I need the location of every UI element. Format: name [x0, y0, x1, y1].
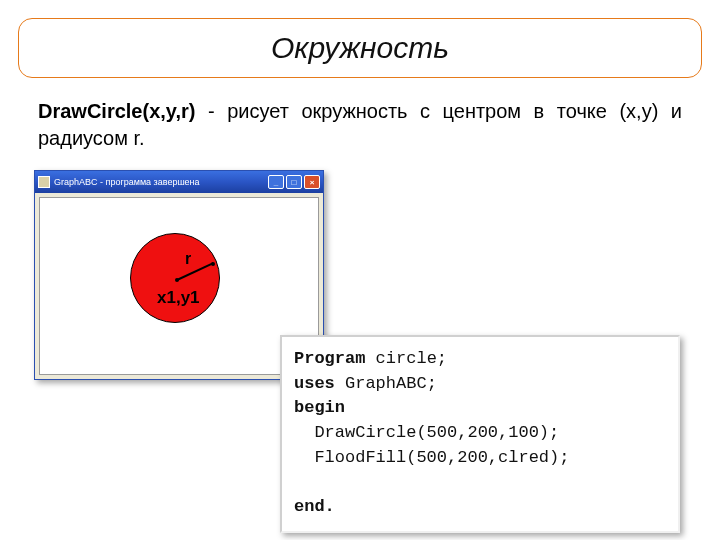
circle-diagram: r x1,y1	[130, 233, 220, 323]
titlebar: GraphABC - программа завершена _ □ ×	[35, 171, 323, 193]
close-button[interactable]: ×	[304, 175, 320, 189]
code-l1b: circle;	[365, 349, 447, 368]
kw-program: Program	[294, 349, 365, 368]
red-circle: r x1,y1	[130, 233, 220, 323]
kw-uses: uses	[294, 374, 335, 393]
code-l5: FloodFill(500,200,clred);	[294, 448, 569, 467]
minimize-button[interactable]: _	[268, 175, 284, 189]
kw-end: end.	[294, 497, 335, 516]
radius-end-dot-icon	[211, 262, 215, 266]
page-title: Окружность	[271, 31, 449, 65]
function-name: DrawCircle(x,y,r)	[38, 100, 195, 122]
app-icon	[38, 176, 50, 188]
label-radius: r	[185, 250, 191, 268]
window-title: GraphABC - программа завершена	[54, 177, 200, 187]
title-box: Окружность	[18, 18, 702, 78]
code-l2b: GraphABC;	[335, 374, 437, 393]
radius-line-icon	[177, 262, 214, 281]
titlebar-left: GraphABC - программа завершена	[38, 176, 200, 188]
label-center: x1,y1	[157, 288, 200, 308]
code-l4: DrawCircle(500,200,100);	[294, 423, 559, 442]
kw-begin: begin	[294, 398, 345, 417]
client-area: r x1,y1	[39, 197, 319, 375]
maximize-button[interactable]: □	[286, 175, 302, 189]
description-text: DrawCircle(x,y,r) - рисует окружность с …	[38, 98, 682, 152]
code-sample: Program circle; uses GraphABC; begin Dra…	[280, 335, 680, 533]
window-controls: _ □ ×	[268, 175, 320, 189]
